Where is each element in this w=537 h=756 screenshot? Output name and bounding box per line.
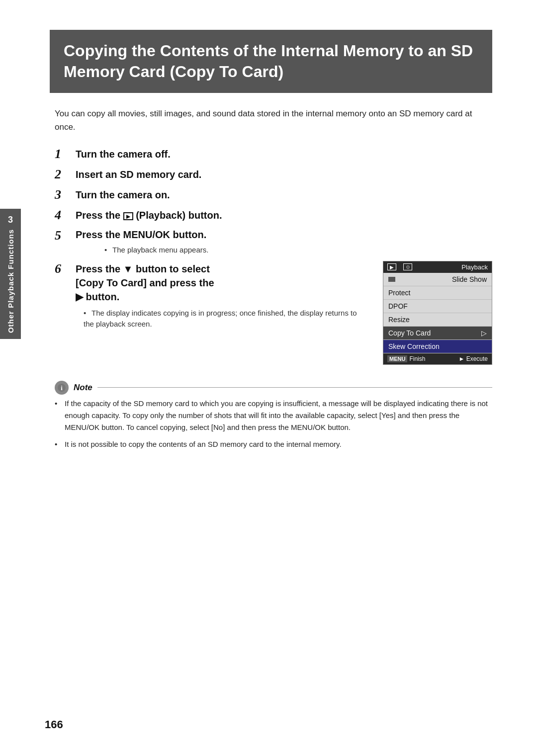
note-bullet-2: It is not possible to copy the contents … bbox=[55, 438, 492, 450]
menu-item-slideshow-icon bbox=[388, 277, 395, 282]
note-title: Note bbox=[74, 383, 92, 393]
page-number: 166 bbox=[45, 718, 63, 731]
menu-item-slideshow-label: Slide Show bbox=[452, 275, 487, 283]
note-bullets: If the capacity of the SD memory card to… bbox=[55, 398, 492, 450]
menu-header: ▶ ⚙ Playback bbox=[383, 261, 492, 273]
menu-item-copy-to-card-label: Copy To Card bbox=[388, 329, 431, 337]
step-text-3: Turn the camera on. bbox=[76, 187, 170, 202]
step-text-5: Press the MENU/OK button. bbox=[76, 228, 206, 240]
menu-footer-right: ► Execute bbox=[458, 355, 488, 362]
menu-item-protect: Protect bbox=[383, 286, 492, 300]
play-icon: ▶ bbox=[387, 263, 396, 270]
step-1: 1 Turn the camera off. bbox=[55, 146, 492, 162]
step-number-1: 1 bbox=[55, 146, 76, 162]
page-container: Copying the Contents of the Internal Mem… bbox=[0, 0, 537, 756]
page-title: Copying the Contents of the Internal Mem… bbox=[64, 41, 478, 82]
step-text-6: Press the ▼ button to select[Copy To Car… bbox=[76, 261, 214, 304]
menu-item-slideshow: Slide Show bbox=[383, 273, 492, 286]
step-text-2: Insert an SD memory card. bbox=[76, 167, 201, 181]
menu-item-resize: Resize bbox=[383, 313, 492, 327]
step-5-bullet: The playback menu appears. bbox=[104, 246, 208, 254]
menu-finish-label: Finish bbox=[409, 355, 425, 362]
step-6-bullet: The display indicates copying is in prog… bbox=[84, 309, 357, 329]
menu-item-resize-label: Resize bbox=[388, 316, 410, 324]
step-6-container: 6 Press the ▼ button to select[Copy To C… bbox=[55, 261, 492, 365]
step-number-6: 6 bbox=[55, 261, 76, 276]
step-number-4: 4 bbox=[55, 207, 76, 223]
header-box: Copying the Contents of the Internal Mem… bbox=[50, 30, 492, 93]
step-number-5: 5 bbox=[55, 228, 76, 243]
menu-screenshot: ▶ ⚙ Playback Slide Show Protect DPOF bbox=[383, 261, 492, 365]
menu-footer: MENU Finish ► Execute bbox=[383, 353, 492, 364]
note-bullet-1: If the capacity of the SD memory card to… bbox=[55, 398, 492, 433]
menu-screenshot-container: ▶ ⚙ Playback Slide Show Protect DPOF bbox=[383, 261, 492, 365]
menu-key-label: MENU bbox=[387, 355, 407, 362]
step-text-4: Press the ▶ (Playback) button. bbox=[76, 207, 222, 222]
step-3: 3 Turn the camera on. bbox=[55, 187, 492, 202]
intro-text: You can copy all movies, still images, a… bbox=[55, 107, 492, 134]
step-6-main: 6 Press the ▼ button to select[Copy To C… bbox=[55, 261, 368, 304]
menu-item-dpof-label: DPOF bbox=[388, 302, 408, 310]
menu-title: Playback bbox=[461, 263, 488, 271]
menu-item-copy-to-card: Copy To Card ▷ bbox=[383, 327, 492, 340]
note-icon: i bbox=[55, 381, 69, 395]
step-4: 4 Press the ▶ (Playback) button. bbox=[55, 207, 492, 223]
settings-icon: ⚙ bbox=[403, 263, 412, 270]
menu-item-skew-correction-label: Skew Correction bbox=[388, 342, 440, 350]
note-header: i Note bbox=[55, 381, 492, 395]
execute-label: Execute bbox=[466, 355, 488, 362]
copy-to-card-arrow-icon: ▷ bbox=[481, 329, 487, 337]
menu-item-dpof: DPOF bbox=[383, 300, 492, 313]
step-number-2: 2 bbox=[55, 167, 76, 182]
step-number-3: 3 bbox=[55, 187, 76, 202]
menu-footer-left: MENU Finish bbox=[387, 355, 425, 362]
execute-icon: ► bbox=[458, 355, 464, 362]
step-6-left: 6 Press the ▼ button to select[Copy To C… bbox=[55, 261, 368, 330]
note-section: i Note If the capacity of the SD memory … bbox=[55, 377, 492, 450]
step-5: 5 Press the MENU/OK button. The playback… bbox=[55, 228, 492, 256]
svg-text:i: i bbox=[61, 384, 63, 392]
step-text-1: Turn the camera off. bbox=[76, 146, 171, 161]
menu-item-protect-label: Protect bbox=[388, 289, 410, 297]
menu-item-skew-correction: Skew Correction bbox=[383, 340, 492, 353]
step-2: 2 Insert an SD memory card. bbox=[55, 167, 492, 182]
note-divider bbox=[97, 387, 492, 388]
